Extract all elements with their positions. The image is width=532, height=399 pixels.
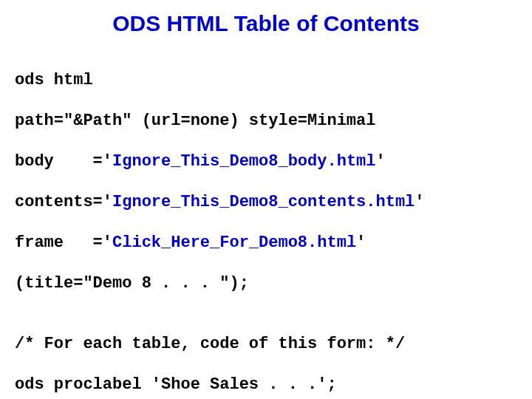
code-line-3: body ='Ignore_This_Demo8_body.html' (15, 151, 517, 172)
code-line-9: ods proclabel 'Shoe Sales . . .'; (15, 375, 517, 395)
code-line-5a: frame =' (15, 233, 112, 252)
code-line-5b: Click_Here_For_Demo8.html (112, 233, 356, 252)
code-line-6: (title="Demo 8 . . . "); (15, 273, 517, 294)
code-line-3b: Ignore_This_Demo8_body.html (112, 152, 375, 171)
code-line-4a: contents=' (15, 193, 112, 211)
code-line-5: frame ='Click_Here_For_Demo8.html' (15, 233, 517, 253)
code-line-4c: ' (415, 193, 424, 211)
page-title: ODS HTML Table of Contents (52, 11, 480, 36)
code-line-8: /* For each table, code of this form: */ (15, 334, 517, 355)
code-line-4b: Ignore_This_Demo8_contents.html (112, 193, 415, 211)
code-line-2: path="&Path" (url=none) style=Minimal (15, 111, 517, 132)
code-line-4: contents='Ignore_This_Demo8_contents.htm… (15, 192, 517, 213)
code-line-3c: ' (376, 152, 386, 171)
code-line-1: ods html (15, 70, 517, 91)
code-line-3a: body =' (15, 152, 112, 171)
code-line-5c: ' (356, 233, 366, 252)
code-block: ods html path="&Path" (url=none) style=M… (15, 50, 517, 399)
